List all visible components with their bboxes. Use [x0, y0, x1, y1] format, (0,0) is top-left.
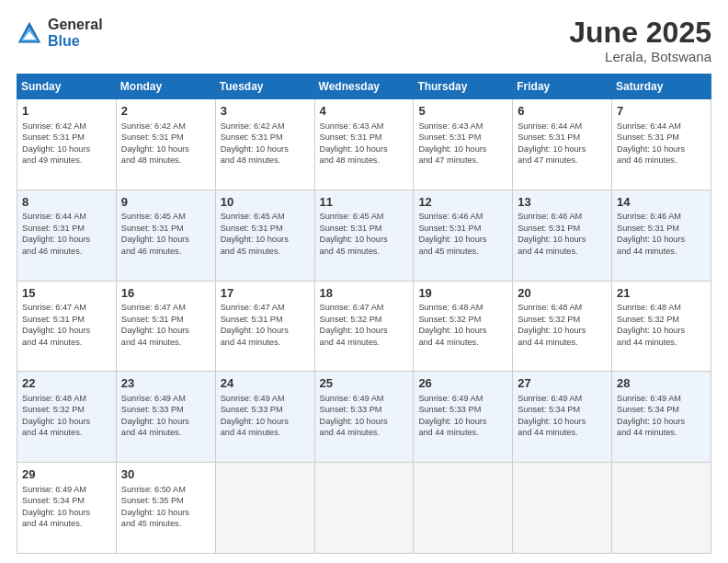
table-row: 12Sunrise: 6:46 AM Sunset: 5:31 PM Dayli…: [414, 190, 513, 281]
day-info: Sunrise: 6:50 AM Sunset: 5:35 PM Dayligh…: [121, 484, 210, 530]
page: General Blue June 2025 Lerala, Botswana …: [0, 0, 728, 563]
table-row: [215, 463, 314, 554]
header-monday: Monday: [116, 75, 215, 99]
day-info: Sunrise: 6:47 AM Sunset: 5:31 PM Dayligh…: [121, 302, 210, 348]
header-wednesday: Wednesday: [314, 75, 414, 99]
table-row: 22Sunrise: 6:48 AM Sunset: 5:32 PM Dayli…: [17, 372, 117, 463]
table-row: 3Sunrise: 6:42 AM Sunset: 5:31 PM Daylig…: [215, 99, 314, 190]
table-row: 10Sunrise: 6:45 AM Sunset: 5:31 PM Dayli…: [215, 190, 314, 281]
day-number: 3: [221, 103, 310, 120]
day-number: 25: [320, 375, 409, 392]
table-row: 20Sunrise: 6:48 AM Sunset: 5:32 PM Dayli…: [513, 281, 612, 372]
header-thursday: Thursday: [414, 75, 513, 99]
table-row: 29Sunrise: 6:49 AM Sunset: 5:34 PM Dayli…: [17, 463, 117, 554]
logo-general-text: General: [48, 17, 103, 33]
calendar-header-row: Sunday Monday Tuesday Wednesday Thursday…: [17, 75, 711, 99]
day-info: Sunrise: 6:42 AM Sunset: 5:31 PM Dayligh…: [121, 121, 210, 167]
table-row: 23Sunrise: 6:49 AM Sunset: 5:33 PM Dayli…: [116, 372, 215, 463]
logo-text: General Blue: [48, 17, 103, 49]
day-info: Sunrise: 6:49 AM Sunset: 5:33 PM Dayligh…: [418, 393, 507, 439]
table-row: 16Sunrise: 6:47 AM Sunset: 5:31 PM Dayli…: [116, 281, 215, 372]
calendar-week-row: 15Sunrise: 6:47 AM Sunset: 5:31 PM Dayli…: [17, 281, 711, 372]
day-info: Sunrise: 6:45 AM Sunset: 5:31 PM Dayligh…: [320, 211, 409, 257]
table-row: 1Sunrise: 6:42 AM Sunset: 5:31 PM Daylig…: [17, 99, 117, 190]
day-number: 28: [617, 375, 706, 392]
day-number: 26: [418, 375, 507, 392]
day-number: 1: [22, 103, 111, 120]
header-friday: Friday: [513, 75, 612, 99]
table-row: 7Sunrise: 6:44 AM Sunset: 5:31 PM Daylig…: [612, 99, 711, 190]
table-row: [314, 463, 414, 554]
header-sunday: Sunday: [17, 75, 117, 99]
day-number: 27: [518, 375, 607, 392]
day-info: Sunrise: 6:49 AM Sunset: 5:34 PM Dayligh…: [617, 393, 706, 439]
day-number: 19: [418, 285, 507, 302]
day-info: Sunrise: 6:49 AM Sunset: 5:34 PM Dayligh…: [22, 484, 111, 530]
calendar-week-row: 8Sunrise: 6:44 AM Sunset: 5:31 PM Daylig…: [17, 190, 711, 281]
table-row: 18Sunrise: 6:47 AM Sunset: 5:32 PM Dayli…: [314, 281, 414, 372]
day-number: 9: [121, 194, 210, 211]
day-info: Sunrise: 6:49 AM Sunset: 5:33 PM Dayligh…: [121, 393, 210, 439]
calendar-week-row: 1Sunrise: 6:42 AM Sunset: 5:31 PM Daylig…: [17, 99, 711, 190]
day-info: Sunrise: 6:44 AM Sunset: 5:31 PM Dayligh…: [22, 211, 111, 257]
logo: General Blue: [17, 17, 103, 49]
day-info: Sunrise: 6:43 AM Sunset: 5:31 PM Dayligh…: [320, 121, 409, 167]
day-info: Sunrise: 6:42 AM Sunset: 5:31 PM Dayligh…: [22, 121, 111, 167]
title-month: June 2025: [569, 17, 711, 49]
day-number: 6: [518, 103, 607, 120]
day-number: 29: [22, 466, 111, 483]
table-row: 11Sunrise: 6:45 AM Sunset: 5:31 PM Dayli…: [314, 190, 414, 281]
day-info: Sunrise: 6:48 AM Sunset: 5:32 PM Dayligh…: [22, 393, 111, 439]
table-row: 14Sunrise: 6:46 AM Sunset: 5:31 PM Dayli…: [612, 190, 711, 281]
day-info: Sunrise: 6:45 AM Sunset: 5:31 PM Dayligh…: [221, 211, 310, 257]
day-number: 10: [221, 194, 310, 211]
table-row: 6Sunrise: 6:44 AM Sunset: 5:31 PM Daylig…: [513, 99, 612, 190]
day-number: 4: [320, 103, 409, 120]
day-info: Sunrise: 6:47 AM Sunset: 5:32 PM Dayligh…: [320, 302, 409, 348]
day-info: Sunrise: 6:49 AM Sunset: 5:34 PM Dayligh…: [518, 393, 607, 439]
day-number: 17: [221, 285, 310, 302]
day-info: Sunrise: 6:44 AM Sunset: 5:31 PM Dayligh…: [617, 121, 706, 167]
logo-icon: [17, 20, 42, 46]
day-number: 5: [418, 103, 507, 120]
table-row: [612, 463, 711, 554]
day-info: Sunrise: 6:46 AM Sunset: 5:31 PM Dayligh…: [617, 211, 706, 257]
day-number: 18: [320, 285, 409, 302]
day-number: 24: [221, 375, 310, 392]
day-info: Sunrise: 6:48 AM Sunset: 5:32 PM Dayligh…: [617, 302, 706, 348]
day-info: Sunrise: 6:43 AM Sunset: 5:31 PM Dayligh…: [418, 121, 507, 167]
day-info: Sunrise: 6:46 AM Sunset: 5:31 PM Dayligh…: [418, 211, 507, 257]
day-info: Sunrise: 6:45 AM Sunset: 5:31 PM Dayligh…: [121, 211, 210, 257]
day-info: Sunrise: 6:48 AM Sunset: 5:32 PM Dayligh…: [418, 302, 507, 348]
table-row: 30Sunrise: 6:50 AM Sunset: 5:35 PM Dayli…: [116, 463, 215, 554]
day-number: 16: [121, 285, 210, 302]
table-row: 9Sunrise: 6:45 AM Sunset: 5:31 PM Daylig…: [116, 190, 215, 281]
table-row: 21Sunrise: 6:48 AM Sunset: 5:32 PM Dayli…: [612, 281, 711, 372]
day-info: Sunrise: 6:48 AM Sunset: 5:32 PM Dayligh…: [518, 302, 607, 348]
table-row: 4Sunrise: 6:43 AM Sunset: 5:31 PM Daylig…: [314, 99, 414, 190]
day-number: 14: [617, 194, 706, 211]
day-info: Sunrise: 6:47 AM Sunset: 5:31 PM Dayligh…: [221, 302, 310, 348]
day-number: 21: [617, 285, 706, 302]
calendar-table: Sunday Monday Tuesday Wednesday Thursday…: [17, 74, 711, 554]
day-number: 13: [518, 194, 607, 211]
table-row: 26Sunrise: 6:49 AM Sunset: 5:33 PM Dayli…: [414, 372, 513, 463]
table-row: 2Sunrise: 6:42 AM Sunset: 5:31 PM Daylig…: [116, 99, 215, 190]
day-info: Sunrise: 6:49 AM Sunset: 5:33 PM Dayligh…: [221, 393, 310, 439]
table-row: 13Sunrise: 6:46 AM Sunset: 5:31 PM Dayli…: [513, 190, 612, 281]
day-info: Sunrise: 6:49 AM Sunset: 5:33 PM Dayligh…: [320, 393, 409, 439]
day-number: 15: [22, 285, 111, 302]
header: General Blue June 2025 Lerala, Botswana: [17, 17, 711, 64]
calendar-week-row: 29Sunrise: 6:49 AM Sunset: 5:34 PM Dayli…: [17, 463, 711, 554]
day-info: Sunrise: 6:42 AM Sunset: 5:31 PM Dayligh…: [221, 121, 310, 167]
calendar-week-row: 22Sunrise: 6:48 AM Sunset: 5:32 PM Dayli…: [17, 372, 711, 463]
day-number: 30: [121, 466, 210, 483]
table-row: 15Sunrise: 6:47 AM Sunset: 5:31 PM Dayli…: [17, 281, 117, 372]
day-number: 7: [617, 103, 706, 120]
header-tuesday: Tuesday: [215, 75, 314, 99]
day-number: 12: [418, 194, 507, 211]
table-row: 25Sunrise: 6:49 AM Sunset: 5:33 PM Dayli…: [314, 372, 414, 463]
day-info: Sunrise: 6:47 AM Sunset: 5:31 PM Dayligh…: [22, 302, 111, 348]
table-row: 27Sunrise: 6:49 AM Sunset: 5:34 PM Dayli…: [513, 372, 612, 463]
logo-blue-text: Blue: [48, 33, 103, 50]
